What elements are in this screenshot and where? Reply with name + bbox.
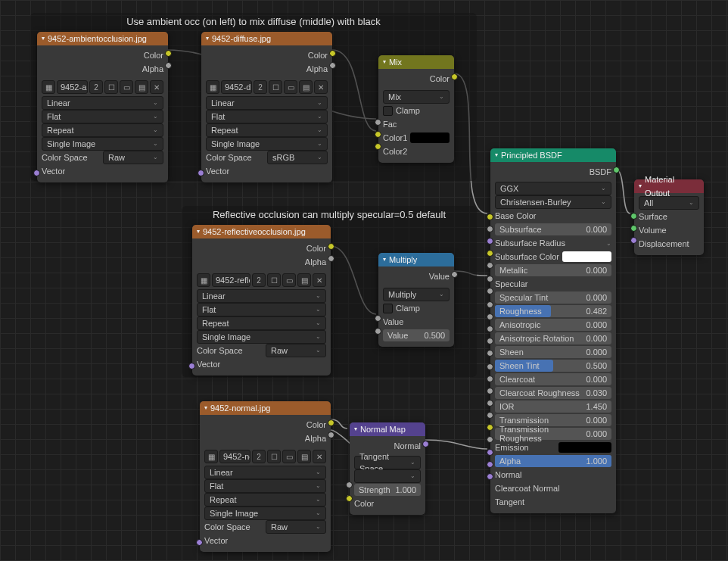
emission-swatch[interactable] bbox=[558, 442, 611, 453]
node-header[interactable]: ▾Normal Map bbox=[350, 422, 425, 436]
socket-trans-rough-in[interactable] bbox=[487, 412, 493, 419]
socket-surface-in[interactable] bbox=[630, 213, 637, 220]
unlink-icon[interactable]: ✕ bbox=[313, 273, 326, 287]
space-dropdown[interactable]: Tangent Space⌄ bbox=[354, 456, 421, 469]
fake-user-icon[interactable]: ☐ bbox=[267, 450, 281, 463]
node-header[interactable]: ▾9452-reflectiveocclusion.jpg bbox=[192, 225, 331, 238]
cc-roughness-slider[interactable]: Clearcoat Roughness0.030 bbox=[495, 387, 611, 399]
node-image-texture-reflocc[interactable]: ▾9452-reflectiveocclusion.jpg Color Alph… bbox=[192, 225, 331, 376]
socket-transmission-in[interactable] bbox=[487, 400, 493, 407]
node-image-texture-normal[interactable]: ▾9452-normal.jpg Color Alpha ▦ 9452-norm… bbox=[200, 401, 331, 552]
node-mix[interactable]: ▾Mix Color Mix⌄ Clamp Fac Color1 Color2 bbox=[378, 55, 454, 163]
source-dropdown[interactable]: Single Image⌄ bbox=[206, 137, 328, 151]
trans-rough-slider[interactable]: Transmission Roughness0.000 bbox=[495, 428, 611, 440]
fake-user-icon[interactable]: ☐ bbox=[269, 80, 282, 94]
socket-specular-in[interactable] bbox=[487, 276, 493, 282]
collapse-icon[interactable]: ▾ bbox=[204, 401, 207, 415]
sheen-slider[interactable]: Sheen0.000 bbox=[495, 346, 611, 358]
interp-dropdown[interactable]: Linear⌄ bbox=[206, 96, 328, 110]
node-header[interactable]: ▾Multiply bbox=[378, 253, 454, 266]
socket-normal-out[interactable] bbox=[422, 441, 429, 447]
alpha-slider[interactable]: Alpha1.000 bbox=[495, 455, 611, 467]
projection-dropdown[interactable]: Flat⌄ bbox=[206, 110, 328, 123]
new-image-icon[interactable]: ▭ bbox=[284, 80, 297, 94]
clamp-checkbox[interactable] bbox=[383, 106, 393, 116]
image-icon[interactable]: ▦ bbox=[42, 80, 55, 94]
sss-method-dropdown[interactable]: Christensen-Burley⌄ bbox=[495, 195, 611, 209]
uvmap-dropdown[interactable]: ⌄ bbox=[354, 469, 421, 483]
new-image-icon[interactable]: ▭ bbox=[282, 450, 296, 463]
collapse-icon[interactable]: ▾ bbox=[383, 253, 386, 266]
node-header[interactable]: ▾ 9452-ambientocclusion.jpg bbox=[37, 32, 168, 45]
socket-cc-rough-in[interactable] bbox=[487, 376, 493, 382]
extension-dropdown[interactable]: Repeat⌄ bbox=[206, 123, 328, 137]
node-principled-bsdf[interactable]: ▾Principled BSDF BSDF GGX⌄ Christensen-B… bbox=[490, 148, 616, 513]
socket-value-in[interactable] bbox=[375, 315, 381, 322]
socket-color-in[interactable] bbox=[346, 495, 353, 502]
source-dropdown[interactable]: Single Image⌄ bbox=[204, 506, 326, 520]
socket-metallic-in[interactable] bbox=[487, 262, 493, 269]
projection-dropdown[interactable]: Flat⌄ bbox=[42, 110, 163, 123]
value-slider[interactable]: Value0.500 bbox=[383, 329, 450, 341]
source-dropdown[interactable]: Single Image⌄ bbox=[42, 137, 163, 151]
anisotropic-slider[interactable]: Anisotropic0.000 bbox=[495, 319, 611, 331]
roughness-slider[interactable]: Roughness0.482 bbox=[495, 305, 611, 317]
socket-cc-normal-in[interactable] bbox=[487, 461, 493, 468]
colorspace-dropdown[interactable]: sRGB⌄ bbox=[267, 151, 328, 164]
node-header[interactable]: ▾9452-diffuse.jpg bbox=[201, 32, 332, 45]
strength-slider[interactable]: Strength1.000 bbox=[354, 484, 421, 496]
blend-dropdown[interactable]: Mix⌄ bbox=[383, 90, 450, 104]
aniso-rot-slider[interactable]: Anisotropic Rotation0.000 bbox=[495, 332, 611, 344]
socket-normal-in[interactable] bbox=[487, 449, 493, 456]
socket-sheen-in[interactable] bbox=[487, 338, 493, 344]
collapse-icon[interactable]: ▾ bbox=[42, 32, 45, 45]
projection-dropdown[interactable]: Flat⌄ bbox=[197, 303, 326, 316]
socket-anisotropic-in[interactable] bbox=[487, 313, 493, 320]
socket-base-color-in[interactable] bbox=[487, 213, 493, 220]
collapse-icon[interactable]: ▾ bbox=[206, 32, 209, 45]
interp-dropdown[interactable]: Linear⌄ bbox=[42, 96, 163, 110]
image-file[interactable]: 9452-reflecti.. bbox=[212, 273, 250, 287]
interp-dropdown[interactable]: Linear⌄ bbox=[197, 289, 326, 303]
projection-dropdown[interactable]: Flat⌄ bbox=[204, 479, 326, 493]
node-header[interactable]: ▾Material Output bbox=[634, 179, 704, 193]
socket-color-out[interactable] bbox=[328, 419, 334, 426]
socket-aniso-rot-in[interactable] bbox=[487, 326, 493, 332]
image-icon[interactable]: ▦ bbox=[197, 273, 210, 287]
socket-clearcoat-in[interactable] bbox=[487, 363, 493, 370]
users-count[interactable]: 2 bbox=[252, 450, 266, 463]
node-normal-map[interactable]: ▾Normal Map Normal Tangent Space⌄ ⌄ Stre… bbox=[350, 422, 425, 515]
unlink-icon[interactable]: ✕ bbox=[314, 80, 328, 94]
clearcoat-slider[interactable]: Clearcoat0.000 bbox=[495, 373, 611, 385]
source-dropdown[interactable]: Single Image⌄ bbox=[197, 330, 326, 344]
fake-user-icon[interactable]: ☐ bbox=[267, 273, 281, 287]
socket-color1-in[interactable] bbox=[375, 131, 381, 138]
open-image-icon[interactable]: ▤ bbox=[297, 450, 311, 463]
new-image-icon[interactable]: ▭ bbox=[120, 80, 133, 94]
socket-specular-tint-in[interactable] bbox=[487, 288, 493, 295]
users-count[interactable]: 2 bbox=[254, 80, 267, 94]
image-icon[interactable]: ▦ bbox=[206, 80, 219, 94]
node-header[interactable]: ▾Mix bbox=[378, 55, 454, 69]
op-dropdown[interactable]: Multiply⌄ bbox=[383, 288, 450, 301]
socket-value-out[interactable] bbox=[451, 271, 458, 278]
socket-color-out[interactable] bbox=[328, 243, 334, 250]
open-image-icon[interactable]: ▤ bbox=[299, 80, 313, 94]
extension-dropdown[interactable]: Repeat⌄ bbox=[197, 316, 326, 330]
specular-tint-slider[interactable]: Specular Tint0.000 bbox=[495, 291, 611, 304]
unlink-icon[interactable]: ✕ bbox=[313, 450, 326, 463]
socket-color2-in[interactable] bbox=[375, 143, 381, 150]
socket-sheen-tint-in[interactable] bbox=[487, 350, 493, 357]
color1-swatch[interactable] bbox=[410, 132, 450, 143]
image-file[interactable]: 9452-ambie.. bbox=[57, 80, 88, 94]
collapse-icon[interactable]: ▾ bbox=[639, 179, 642, 193]
socket-vector-in[interactable] bbox=[198, 170, 204, 176]
socket-vector-in[interactable] bbox=[196, 539, 203, 546]
socket-alpha-in[interactable] bbox=[487, 436, 493, 443]
node-material-output[interactable]: ▾Material Output All⌄ Surface Volume Dis… bbox=[634, 179, 704, 255]
collapse-icon[interactable]: ▾ bbox=[354, 422, 357, 436]
socket-strength-in[interactable] bbox=[346, 482, 353, 488]
new-image-icon[interactable]: ▭ bbox=[282, 273, 296, 287]
image-icon[interactable]: ▦ bbox=[204, 450, 218, 463]
socket-vector-in[interactable] bbox=[188, 363, 195, 369]
